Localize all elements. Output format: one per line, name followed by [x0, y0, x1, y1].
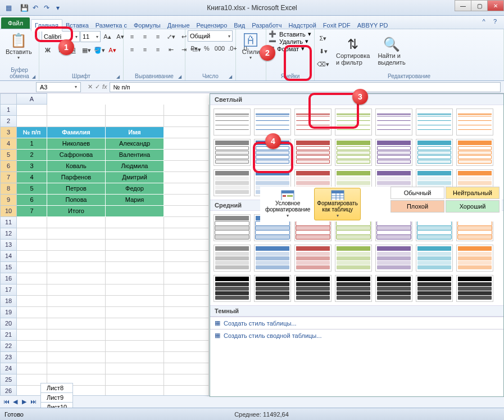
cell[interactable] — [106, 307, 164, 318]
cell[interactable] — [164, 138, 209, 150]
cell[interactable] — [164, 251, 209, 262]
cell[interactable] — [164, 329, 209, 341]
font-name-combo[interactable]: Calibri▾ — [42, 31, 80, 42]
table-style-swatch[interactable] — [375, 139, 412, 166]
row-header[interactable]: 25 — [0, 374, 17, 386]
cell[interactable] — [17, 228, 47, 240]
name-box[interactable]: A3▾ — [36, 82, 81, 92]
table-style-swatch[interactable] — [456, 275, 493, 302]
cell[interactable] — [17, 296, 47, 307]
row-header[interactable]: 3 — [0, 127, 17, 138]
orientation-icon[interactable]: ⤢▾ — [165, 30, 177, 43]
cell-style-Плохой[interactable]: Плохой — [391, 200, 444, 213]
cell[interactable] — [47, 273, 106, 284]
cell[interactable] — [47, 318, 106, 329]
fx-icon[interactable]: fx — [102, 83, 107, 91]
autosum-icon[interactable]: Σ▾ — [317, 32, 329, 44]
align-center-icon[interactable]: ≡ — [139, 43, 151, 56]
cell[interactable] — [106, 105, 164, 116]
cell[interactable] — [164, 341, 209, 352]
cell-style-Нейтральный[interactable]: Нейтральный — [446, 187, 500, 199]
cell[interactable]: Федор — [106, 183, 164, 195]
row-header[interactable]: 17 — [0, 284, 17, 296]
align-middle-icon[interactable]: ≡ — [139, 30, 151, 43]
save-icon[interactable]: 💾 — [19, 3, 29, 13]
row-header[interactable]: 23 — [0, 352, 17, 363]
cell[interactable] — [17, 363, 47, 374]
tab-file[interactable]: Файл — [1, 17, 30, 29]
cell[interactable] — [164, 105, 209, 116]
align-top-icon[interactable]: ≡ — [126, 30, 138, 43]
cell[interactable] — [164, 116, 209, 127]
sheet-nav-next-icon[interactable]: ▶ — [20, 398, 28, 405]
row-header[interactable]: 24 — [0, 363, 17, 374]
cell[interactable] — [164, 195, 209, 206]
cell[interactable] — [164, 240, 209, 251]
cell[interactable] — [47, 217, 106, 228]
fill-icon[interactable]: ⬇▾ — [317, 45, 329, 57]
formula-input[interactable]: № п/п — [110, 82, 501, 92]
sheet-nav-prev-icon[interactable]: ◀ — [11, 398, 19, 405]
tab-рецензиро[interactable]: Рецензиро — [193, 20, 231, 31]
cell[interactable]: Сафронова — [47, 150, 106, 161]
cell[interactable]: 2 — [17, 150, 47, 161]
cell[interactable]: Коваль — [47, 161, 106, 172]
find-select-button[interactable]: 🔍 Найти и выделить — [374, 34, 408, 68]
number-format-combo[interactable]: Общий▾ — [188, 30, 233, 42]
insert-cells-button[interactable]: ➕ Вставить ▾ — [269, 30, 311, 38]
row-header[interactable]: 21 — [0, 329, 17, 341]
sheet-tab[interactable]: Лист9 — [40, 392, 73, 402]
cell[interactable] — [164, 183, 209, 195]
cell[interactable] — [17, 217, 47, 228]
font-size-combo[interactable]: 11▾ — [80, 31, 101, 42]
table-style-swatch[interactable] — [335, 245, 372, 272]
select-all-button[interactable] — [0, 93, 17, 105]
cell[interactable] — [17, 318, 47, 329]
row-header[interactable]: 7 — [0, 172, 17, 183]
cell[interactable] — [47, 240, 106, 251]
cell[interactable]: Петров — [47, 183, 106, 195]
clear-icon[interactable]: ⌫▾ — [317, 58, 329, 70]
qat-customize-icon[interactable]: ▾ — [53, 3, 63, 13]
cell[interactable] — [164, 307, 209, 318]
close-button[interactable]: ✕ — [487, 0, 504, 11]
cell[interactable] — [47, 284, 106, 296]
font-color-icon[interactable]: A▾ — [106, 44, 119, 56]
cell[interactable] — [17, 284, 47, 296]
cell[interactable] — [106, 318, 164, 329]
minimize-ribbon-icon[interactable]: ^ — [479, 18, 488, 25]
row-header[interactable]: 5 — [0, 150, 17, 161]
row-header[interactable]: 11 — [0, 217, 17, 228]
table-style-swatch[interactable] — [456, 109, 493, 136]
table-style-swatch[interactable] — [214, 245, 251, 272]
cell[interactable]: Николаев — [47, 138, 106, 150]
cell[interactable]: Александр — [106, 138, 164, 150]
tab-надстрой[interactable]: Надстрой — [285, 20, 319, 31]
cell[interactable] — [47, 296, 106, 307]
indent-decrease-icon[interactable]: ⇤ — [165, 43, 177, 56]
cell[interactable] — [106, 296, 164, 307]
sheet-nav-last-icon[interactable]: ⏭ — [29, 398, 37, 405]
cell[interactable] — [106, 251, 164, 262]
align-bottom-icon[interactable]: ≡ — [152, 30, 164, 43]
table-style-swatch[interactable] — [254, 245, 291, 272]
cell[interactable] — [164, 172, 209, 183]
cell[interactable] — [47, 363, 106, 374]
cancel-formula-icon[interactable]: ✕ — [88, 83, 93, 91]
cell[interactable]: 3 — [17, 161, 47, 172]
grow-font-icon[interactable]: A▴ — [101, 30, 113, 43]
cell[interactable] — [17, 240, 47, 251]
cell[interactable] — [164, 273, 209, 284]
cell[interactable] — [106, 284, 164, 296]
table-style-swatch[interactable] — [375, 245, 412, 272]
cell[interactable]: Имя — [106, 127, 164, 138]
cell[interactable]: Парфенов — [47, 172, 106, 183]
cell-style-Обычный[interactable]: Обычный — [391, 187, 444, 199]
row-header[interactable]: 1 — [0, 105, 17, 116]
table-style-swatch[interactable] — [335, 139, 372, 166]
cell[interactable]: Людмила — [106, 161, 164, 172]
cell[interactable] — [47, 251, 106, 262]
row-header[interactable]: 4 — [0, 138, 17, 150]
sort-filter-button[interactable]: ⇅ Сортировка и фильтр — [333, 34, 373, 68]
sheet-nav-first-icon[interactable]: ⏮ — [2, 398, 10, 405]
